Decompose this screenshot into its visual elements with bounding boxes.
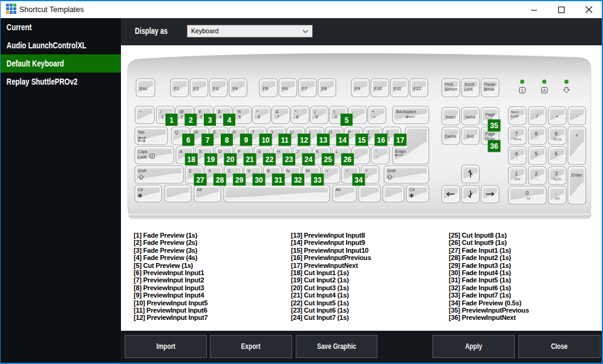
svg-text:13: 13 bbox=[319, 136, 328, 145]
svg-text:3: 3 bbox=[208, 116, 212, 125]
svg-text:8: 8 bbox=[296, 115, 299, 119]
svg-text:W: W bbox=[194, 129, 199, 135]
svg-text:Backspace: Backspace bbox=[396, 109, 416, 114]
svg-text:T: T bbox=[252, 129, 255, 135]
svg-text:End: End bbox=[467, 134, 474, 138]
svg-text:24: 24 bbox=[304, 155, 313, 164]
svg-text:Home: Home bbox=[513, 138, 521, 141]
svg-text:3: 3 bbox=[555, 171, 558, 177]
svg-text:32: 32 bbox=[294, 176, 302, 184]
svg-text:9: 9 bbox=[315, 115, 318, 119]
svg-text:S: S bbox=[199, 149, 202, 154]
svg-text:33: 33 bbox=[313, 176, 322, 184]
svg-text:.: . bbox=[347, 175, 348, 179]
svg-text:%: % bbox=[237, 109, 241, 114]
svg-text:K: K bbox=[316, 149, 319, 154]
svg-text:*: * bbox=[295, 109, 297, 114]
svg-text:Ins: Ins bbox=[526, 197, 530, 200]
svg-text:F7: F7 bbox=[302, 86, 307, 91]
svg-text:←: ← bbox=[516, 158, 519, 161]
svg-text:B: B bbox=[267, 168, 270, 174]
svg-text:10: 10 bbox=[261, 136, 270, 145]
svg-text:): ) bbox=[333, 109, 334, 114]
svg-text:!: ! bbox=[160, 109, 161, 114]
svg-text:Esc: Esc bbox=[140, 86, 148, 91]
svg-text:H: H bbox=[277, 149, 280, 154]
svg-text:V: V bbox=[247, 168, 250, 174]
svg-text:29: 29 bbox=[235, 176, 244, 184]
svg-text:Caps: Caps bbox=[138, 149, 148, 154]
svg-text:;: ; bbox=[357, 155, 358, 160]
svg-text:→: → bbox=[556, 158, 559, 161]
svg-text:1: 1 bbox=[161, 115, 164, 119]
svg-text:Break: Break bbox=[484, 87, 495, 91]
svg-text:5: 5 bbox=[535, 151, 538, 157]
svg-text:-: - bbox=[576, 113, 578, 119]
svg-text:N: N bbox=[287, 168, 290, 174]
svg-text:Shift: Shift bbox=[387, 169, 396, 173]
svg-text:#: # bbox=[199, 109, 201, 114]
svg-text:F9: F9 bbox=[355, 86, 360, 91]
svg-text:30: 30 bbox=[255, 176, 263, 184]
svg-text:7: 7 bbox=[206, 136, 210, 145]
svg-text:Lock: Lock bbox=[511, 114, 520, 118]
svg-text:Pause: Pause bbox=[484, 82, 496, 86]
svg-text:D: D bbox=[218, 149, 222, 154]
svg-text:Lock: Lock bbox=[464, 87, 473, 91]
svg-text:R: R bbox=[232, 129, 236, 135]
svg-text:14: 14 bbox=[339, 136, 347, 145]
svg-text:F10: F10 bbox=[374, 86, 382, 91]
svg-text::: : bbox=[356, 149, 357, 154]
svg-text:$: $ bbox=[218, 109, 220, 114]
svg-text:A: A bbox=[543, 88, 546, 93]
svg-text:Pg Up: Pg Up bbox=[553, 138, 562, 141]
svg-text:0: 0 bbox=[334, 115, 337, 119]
svg-text:Screen: Screen bbox=[445, 87, 458, 91]
svg-text:8: 8 bbox=[535, 131, 538, 137]
svg-text:?: ? bbox=[365, 169, 368, 173]
svg-text:F2: F2 bbox=[194, 86, 199, 91]
svg-text:F12: F12 bbox=[413, 86, 421, 91]
svg-text:/: / bbox=[367, 175, 368, 179]
svg-text:Page: Page bbox=[486, 132, 495, 137]
svg-text:Ctr: Ctr bbox=[138, 187, 144, 192]
svg-text:1: 1 bbox=[515, 171, 518, 177]
svg-text:1: 1 bbox=[521, 88, 523, 93]
svg-text:Page: Page bbox=[486, 112, 495, 117]
svg-text:Tab: Tab bbox=[138, 130, 145, 134]
svg-text:,: , bbox=[327, 175, 328, 179]
svg-text:9: 9 bbox=[244, 136, 248, 145]
svg-text:Pg Dn: Pg Dn bbox=[553, 178, 562, 181]
svg-text:A: A bbox=[151, 155, 154, 158]
svg-text:7: 7 bbox=[277, 115, 279, 119]
svg-text:+: + bbox=[575, 132, 578, 138]
svg-text:End: End bbox=[515, 178, 520, 181]
svg-text:31: 31 bbox=[275, 176, 283, 184]
svg-text:Ctr: Ctr bbox=[409, 187, 416, 192]
svg-text:': ' bbox=[377, 155, 377, 160]
svg-text:.: . bbox=[555, 190, 556, 196]
svg-text:=: = bbox=[373, 115, 376, 119]
svg-text:20: 20 bbox=[226, 155, 235, 164]
svg-text:F6: F6 bbox=[282, 86, 288, 91]
svg-text:Z: Z bbox=[189, 168, 192, 174]
svg-text:Print: Print bbox=[445, 82, 454, 86]
svg-text:7: 7 bbox=[515, 131, 518, 137]
svg-text:Enter: Enter bbox=[395, 149, 406, 154]
svg-text:J: J bbox=[296, 149, 299, 154]
svg-text:Alt: Alt bbox=[336, 187, 341, 192]
svg-text:Insert: Insert bbox=[446, 115, 455, 119]
svg-text:15: 15 bbox=[357, 136, 366, 145]
svg-text:F5: F5 bbox=[263, 86, 269, 91]
svg-text:Num: Num bbox=[511, 110, 519, 114]
svg-text:F3: F3 bbox=[213, 86, 218, 91]
svg-text:F1: F1 bbox=[174, 86, 180, 91]
svg-text:Q: Q bbox=[175, 129, 178, 135]
svg-text:`: ` bbox=[140, 115, 142, 119]
svg-text:17: 17 bbox=[396, 136, 405, 145]
svg-text:]: ] bbox=[388, 136, 390, 141]
svg-text:<: < bbox=[326, 169, 328, 173]
svg-text:>: > bbox=[345, 169, 348, 173]
svg-text:26: 26 bbox=[344, 155, 352, 164]
svg-text:@: @ bbox=[180, 109, 184, 114]
